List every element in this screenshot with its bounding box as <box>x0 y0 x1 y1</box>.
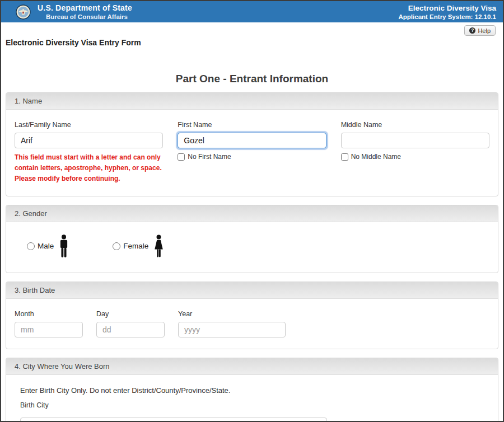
brand-right: Electronic Diversity Visa Applicant Entr… <box>399 4 496 20</box>
middle-name-column: Middle Name No Middle Name <box>341 121 489 185</box>
female-pictogram-icon <box>153 235 164 258</box>
male-radio[interactable] <box>27 242 35 250</box>
birth-day-input[interactable] <box>96 322 165 337</box>
birth-city-input[interactable] <box>20 418 327 422</box>
birth-day-label: Day <box>96 310 165 318</box>
section-name-header: 1. Name <box>6 93 498 110</box>
section-birth-date: 3. Birth Date Month Day Year <box>6 282 498 349</box>
section-gender: 2. Gender Male Female <box>6 205 498 273</box>
birth-month-label: Month <box>15 310 83 318</box>
middle-name-label: Middle Name <box>341 121 489 129</box>
bureau-name: Bureau of Consular Affairs <box>38 13 132 20</box>
brand-left: U.S. Department of State Bureau of Consu… <box>16 3 132 20</box>
dv-entry-form-window: U.S. Department of State Bureau of Consu… <box>0 0 504 422</box>
first-name-input[interactable] <box>178 133 326 148</box>
top-brand-bar: U.S. Department of State Bureau of Consu… <box>1 1 503 22</box>
section-birth-city-header: 4. City Where You Were Born <box>6 358 498 375</box>
male-label: Male <box>38 242 54 250</box>
last-name-error-message: This field must start with a letter and … <box>15 152 163 185</box>
gender-option-male[interactable]: Male <box>27 235 69 258</box>
birth-city-label: Birth City <box>20 401 489 409</box>
no-middle-name-label: No Middle Name <box>351 153 401 161</box>
no-middle-name-checkbox[interactable] <box>341 153 348 161</box>
birth-month-column: Month <box>15 310 83 337</box>
first-name-label: First Name <box>178 121 326 129</box>
app-version: Applicant Entry System: 12.10.1 <box>399 13 496 20</box>
birth-month-input[interactable] <box>15 322 83 337</box>
no-first-name-row[interactable]: No First Name <box>178 153 326 161</box>
female-radio[interactable] <box>113 242 120 250</box>
gender-option-female[interactable]: Female <box>113 235 164 258</box>
last-name-label: Last/Family Name <box>15 121 163 129</box>
no-first-name-label: No First Name <box>188 153 231 161</box>
last-name-input[interactable] <box>15 133 163 148</box>
first-name-column: First Name No First Name <box>178 121 326 185</box>
birth-day-column: Day <box>96 310 165 337</box>
no-middle-name-row[interactable]: No Middle Name <box>341 153 489 161</box>
app-title: Electronic Diversity Visa <box>399 4 496 12</box>
help-button[interactable]: ? Help <box>464 25 496 36</box>
help-button-label: Help <box>478 27 491 34</box>
birth-year-column: Year <box>178 310 286 337</box>
no-first-name-checkbox[interactable] <box>178 153 185 161</box>
state-department-seal-icon <box>16 4 31 20</box>
male-pictogram-icon <box>59 235 69 258</box>
birth-year-label: Year <box>178 310 286 318</box>
female-label: Female <box>123 242 148 250</box>
birth-city-instruction: Enter Birth City Only. Do not enter Dist… <box>20 386 489 395</box>
section-birth-city: 4. City Where You Were Born Enter Birth … <box>6 358 498 422</box>
help-row: ? Help <box>1 22 503 36</box>
section-name: 1. Name Last/Family Name This field must… <box>6 92 498 196</box>
agency-titles: U.S. Department of State Bureau of Consu… <box>38 3 132 20</box>
help-question-icon: ? <box>469 27 475 34</box>
agency-name: U.S. Department of State <box>38 3 132 12</box>
middle-name-input[interactable] <box>341 133 489 148</box>
section-gender-header: 2. Gender <box>6 205 498 222</box>
birth-year-input[interactable] <box>178 322 286 337</box>
last-name-column: Last/Family Name This field must start w… <box>15 121 163 185</box>
page-title: Electronic Diversity Visa Entry Form <box>6 38 503 47</box>
section-birth-date-header: 3. Birth Date <box>6 282 498 299</box>
part-one-heading: Part One - Entrant Information <box>1 73 503 85</box>
